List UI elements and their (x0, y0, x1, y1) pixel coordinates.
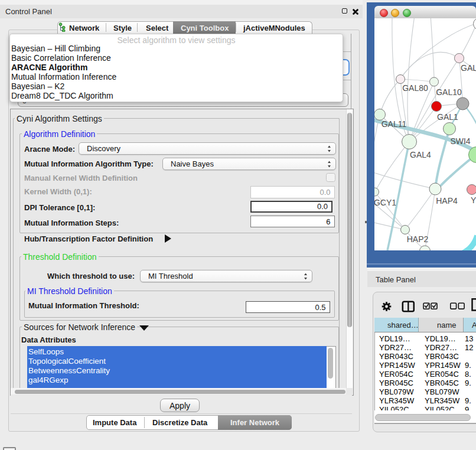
svg-text:GAL4: GAL4 (410, 150, 431, 159)
svg-text:SWI4: SWI4 (450, 136, 470, 146)
svg-text:GAL11: GAL11 (382, 119, 407, 129)
svg-text:GCY1: GCY1 (374, 198, 396, 207)
svg-text:HAP4: HAP4 (436, 196, 458, 206)
svg-text:YM: YM (471, 195, 476, 205)
svg-text:GAL10: GAL10 (436, 87, 462, 97)
svg-text:HAP2: HAP2 (407, 234, 429, 244)
svg-text:GAL1: GAL1 (437, 112, 458, 122)
svg-text:GAL80: GAL80 (402, 83, 428, 93)
svg-text:GAL2: GAL2 (461, 63, 476, 73)
